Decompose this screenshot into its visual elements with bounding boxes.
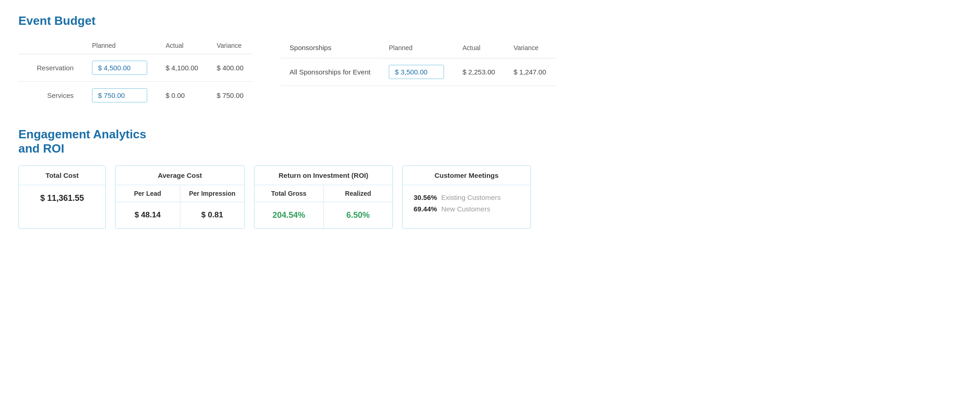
existing-customers-label: Existing Customers [441, 193, 501, 201]
engagement-analytics-section: Engagement Analytics and ROI Total Cost … [18, 127, 962, 228]
reservation-planned[interactable]: $ 4,500.00 [83, 54, 156, 82]
budget-col-variance: Variance [208, 37, 253, 54]
reservation-label: Reservation [18, 54, 83, 82]
services-label: Services [18, 82, 83, 109]
budget-table: Planned Actual Variance Reservation $ 4,… [18, 37, 253, 109]
roi-header: Return on Investment (ROI) [254, 166, 392, 185]
sponsorships-col-planned: Planned [380, 37, 453, 58]
existing-customers-pct: 30.56% [414, 193, 438, 201]
per-lead-value: $ 48.14 [115, 202, 180, 228]
total-cost-value: $ 11,361.55 [19, 185, 105, 211]
average-cost-card: Average Cost Per Lead Per Impression $ 4… [115, 165, 245, 229]
roi-card: Return on Investment (ROI) Total Gross R… [254, 165, 393, 229]
sponsorships-planned[interactable]: $ 3,500.00 [380, 58, 453, 86]
total-cost-header: Total Cost [19, 166, 105, 185]
sponsorships-container: Sponsorships Planned Actual Variance All… [280, 37, 555, 86]
sponsorships-row: All Sponsorships for Event $ 3,500.00 $ … [280, 58, 555, 86]
customer-meetings-body: 30.56% Existing Customers 69.44% New Cus… [403, 185, 530, 221]
budget-col-actual: Actual [156, 37, 208, 54]
reservation-actual: $ 4,100.00 [156, 54, 208, 82]
per-lead-header: Per Lead [115, 185, 180, 202]
average-cost-subcard: Per Lead Per Impression $ 48.14 $ 0.81 [115, 185, 244, 228]
services-variance: $ 750.00 [208, 82, 253, 109]
event-budget-section: Event Budget Planned Actual Variance Res… [18, 14, 962, 109]
sponsorships-col-variance: Variance [504, 37, 555, 58]
sponsorships-actual: $ 2,253.00 [453, 58, 504, 86]
average-cost-header: Average Cost [115, 166, 244, 185]
budget-row-reservation: Reservation $ 4,500.00 $ 4,100.00 $ 400.… [18, 54, 253, 82]
total-cost-card: Total Cost $ 11,361.55 [18, 165, 106, 229]
budget-row-services: Services $ 750.00 $ 0.00 $ 750.00 [18, 82, 253, 109]
customer-row-new: 69.44% New Customers [414, 205, 519, 213]
services-planned[interactable]: $ 750.00 [83, 82, 156, 109]
per-impression-header: Per Impression [180, 185, 245, 202]
roi-subcard: Total Gross Realized 204.54% 6.50% [254, 185, 392, 228]
budget-col-planned: Planned [83, 37, 156, 54]
event-budget-title: Event Budget [18, 14, 962, 28]
new-customers-pct: 69.44% [414, 205, 438, 213]
new-customers-label: New Customers [441, 205, 490, 213]
services-actual: $ 0.00 [156, 82, 208, 109]
customer-meetings-card: Customer Meetings 30.56% Existing Custom… [402, 165, 531, 229]
roi-sub-values: 204.54% 6.50% [254, 202, 392, 228]
sponsorships-variance: $ 1,247.00 [504, 58, 555, 86]
customer-row-existing: 30.56% Existing Customers [414, 193, 519, 201]
analytics-cards-row: Total Cost $ 11,361.55 Average Cost Per … [18, 165, 962, 229]
total-gross-header: Total Gross [254, 185, 324, 202]
customer-meetings-header: Customer Meetings [403, 166, 530, 185]
average-cost-sub-values: $ 48.14 $ 0.81 [115, 202, 244, 228]
budget-tables-row: Planned Actual Variance Reservation $ 4,… [18, 37, 962, 109]
realized-value: 6.50% [324, 202, 393, 228]
roi-sub-headers: Total Gross Realized [254, 185, 392, 202]
average-cost-sub-headers: Per Lead Per Impression [115, 185, 244, 202]
realized-header: Realized [324, 185, 393, 202]
reservation-variance: $ 400.00 [208, 54, 253, 82]
engagement-analytics-title: Engagement Analytics and ROI [18, 127, 962, 156]
sponsorships-title: Sponsorships [280, 37, 380, 58]
total-gross-value: 204.54% [254, 202, 324, 228]
sponsorships-table: Sponsorships Planned Actual Variance All… [280, 37, 555, 86]
sponsorships-col-actual: Actual [453, 37, 504, 58]
sponsorships-row-label: All Sponsorships for Event [280, 58, 380, 86]
per-impression-value: $ 0.81 [180, 202, 245, 228]
